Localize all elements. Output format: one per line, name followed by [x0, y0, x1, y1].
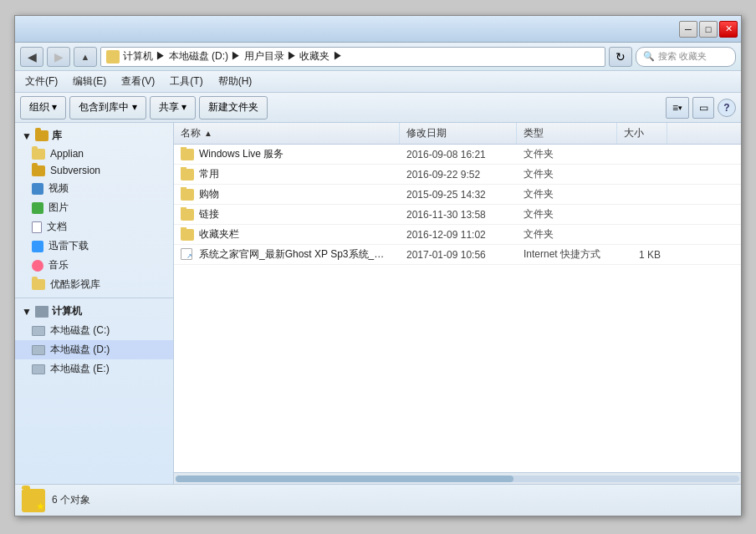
- sidebar-item-label: Applian: [50, 148, 84, 160]
- new-folder-button[interactable]: 新建文件夹: [199, 96, 268, 120]
- file-cell-size: 1 KB: [617, 249, 667, 261]
- drive-icon: [32, 345, 45, 355]
- sidebar-section-library: ▼ 库 Applian Subversion 视频: [15, 126, 173, 294]
- table-row[interactable]: Windows Live 服务 2016-09-08 16:21 文件夹: [174, 145, 741, 165]
- drive-icon: [32, 364, 45, 374]
- scrollbar-track: [176, 476, 739, 482]
- search-box[interactable]: 🔍 搜索 收藏夹: [636, 47, 736, 67]
- forward-button[interactable]: ▶: [47, 47, 70, 67]
- sidebar-section-computer-title[interactable]: ▼ 计算机: [15, 302, 173, 321]
- path-folder-icon: [106, 50, 120, 64]
- include-library-label: 包含到库中 ▾: [79, 100, 136, 114]
- video-icon: [32, 183, 43, 195]
- menu-tools[interactable]: 工具(T): [163, 73, 209, 90]
- library-icon: [35, 130, 49, 141]
- sidebar-item-youku[interactable]: 优酷影视库: [15, 275, 173, 294]
- sidebar-item-label: 图片: [49, 201, 69, 215]
- sidebar-item-drive-d[interactable]: 本地磁盘 (D:): [15, 340, 173, 359]
- menu-view[interactable]: 查看(V): [115, 73, 161, 90]
- folder-icon: [181, 149, 194, 160]
- refresh-button[interactable]: ↻: [609, 47, 632, 67]
- column-header-name[interactable]: 名称 ▲: [174, 123, 400, 144]
- pane-icon: ▭: [699, 102, 708, 114]
- sidebar-section-library-title[interactable]: ▼ 库: [15, 126, 173, 145]
- file-cell-type: 文件夹: [517, 227, 617, 242]
- file-cell-name: 购物: [174, 187, 400, 201]
- sidebar-item-download[interactable]: 迅雷下载: [15, 236, 173, 256]
- table-row[interactable]: 常用 2016-09-22 9:52 文件夹: [174, 165, 741, 185]
- library-label: 库: [52, 129, 62, 143]
- file-cell-date: 2016-09-22 9:52: [400, 169, 517, 181]
- file-cell-name: Windows Live 服务: [174, 147, 400, 161]
- sidebar-item-label: 本地磁盘 (D:): [50, 343, 110, 357]
- folder-icon: [32, 149, 45, 160]
- sidebar-item-music[interactable]: 音乐: [15, 256, 173, 275]
- column-header-date[interactable]: 修改日期: [400, 123, 517, 144]
- folder-icon: [181, 229, 194, 241]
- main-area: ▼ 库 Applian Subversion 视频: [15, 123, 741, 484]
- maximize-button[interactable]: □: [699, 21, 718, 38]
- share-label: 共享 ▾: [159, 100, 186, 114]
- file-area: 名称 ▲ 修改日期 类型 大小 Windows Live: [174, 123, 741, 484]
- file-cell-type: 文件夹: [517, 187, 617, 201]
- file-cell-name: 系统之家官网_最新Ghost XP Sp3系统_…: [174, 247, 400, 262]
- download-icon: [32, 241, 43, 252]
- sort-arrow: ▲: [204, 129, 212, 138]
- search-placeholder: 搜索 收藏夹: [658, 50, 707, 63]
- folder-special-icon: [32, 165, 45, 176]
- include-library-button[interactable]: 包含到库中 ▾: [69, 96, 146, 120]
- help-button[interactable]: ?: [718, 99, 736, 117]
- horizontal-scrollbar[interactable]: [174, 472, 741, 484]
- star-icon: ★: [36, 501, 45, 512]
- folder-icon: [32, 279, 45, 290]
- table-row[interactable]: 系统之家官网_最新Ghost XP Sp3系统_… 2017-01-09 10:…: [174, 245, 741, 265]
- search-icon: 🔍: [643, 51, 655, 62]
- column-header-type[interactable]: 类型: [517, 123, 617, 144]
- share-button[interactable]: 共享 ▾: [150, 96, 196, 120]
- file-cell-date: 2017-01-09 10:56: [400, 249, 517, 261]
- organize-button[interactable]: 组织 ▾: [20, 96, 66, 120]
- menu-help[interactable]: 帮助(H): [212, 73, 259, 90]
- scrollbar-thumb[interactable]: [176, 476, 513, 482]
- title-bar-buttons: ─ □ ✕: [679, 21, 738, 38]
- sidebar-item-drive-e[interactable]: 本地磁盘 (E:): [15, 359, 173, 379]
- chevron-down-icon: ▼: [22, 306, 32, 318]
- sidebar-item-label: 本地磁盘 (C:): [50, 323, 110, 338]
- back-button[interactable]: ◀: [20, 47, 43, 67]
- pane-button[interactable]: ▭: [692, 97, 714, 119]
- table-row[interactable]: 购物 2015-09-25 14:32 文件夹: [174, 185, 741, 205]
- image-icon: [32, 202, 43, 214]
- status-count: 6 个对象: [52, 493, 90, 507]
- file-cell-type: 文件夹: [517, 147, 617, 161]
- sidebar-item-label: 文档: [47, 220, 67, 234]
- file-cell-date: 2016-09-08 16:21: [400, 149, 517, 160]
- link-icon-inner: [181, 248, 192, 260]
- table-row[interactable]: 链接 2016-11-30 13:58 文件夹: [174, 205, 741, 225]
- close-button[interactable]: ✕: [719, 21, 738, 38]
- file-cell-date: 2016-11-30 13:58: [400, 209, 517, 221]
- minimize-button[interactable]: ─: [679, 21, 697, 38]
- organize-label: 组织 ▾: [29, 100, 57, 114]
- chevron-down-icon: ▼: [22, 130, 32, 142]
- menu-edit[interactable]: 编辑(E): [66, 73, 113, 90]
- sidebar-item-applian[interactable]: Applian: [15, 145, 173, 162]
- up-button[interactable]: ▲: [74, 47, 97, 67]
- menu-file[interactable]: 文件(F): [18, 73, 64, 90]
- sidebar-item-video[interactable]: 视频: [15, 179, 173, 198]
- address-path[interactable]: 计算机 ▶ 本地磁盘 (D:) ▶ 用户目录 ▶ 收藏夹 ▶: [100, 47, 605, 67]
- computer-icon: [35, 306, 49, 318]
- link-icon: [181, 248, 194, 262]
- sidebar-item-doc[interactable]: 文档: [15, 217, 173, 236]
- folder-icon: [181, 169, 194, 181]
- sidebar-item-image[interactable]: 图片: [15, 198, 173, 217]
- sidebar-item-drive-c[interactable]: 本地磁盘 (C:): [15, 321, 173, 340]
- view-button[interactable]: ≡ ▾: [666, 97, 689, 119]
- table-row[interactable]: 收藏夹栏 2016-12-09 11:02 文件夹: [174, 225, 741, 245]
- column-header-size[interactable]: 大小: [617, 123, 667, 144]
- sidebar-section-computer: ▼ 计算机 本地磁盘 (C:) 本地磁盘 (D:) 本地磁盘 (E:): [15, 302, 173, 379]
- file-cell-name: 常用: [174, 167, 400, 181]
- sidebar-item-label: 优酷影视库: [50, 277, 100, 292]
- file-cell-date: 2016-12-09 11:02: [400, 229, 517, 241]
- sidebar-item-subversion[interactable]: Subversion: [15, 162, 173, 179]
- sidebar-item-label: 本地磁盘 (E:): [50, 362, 110, 376]
